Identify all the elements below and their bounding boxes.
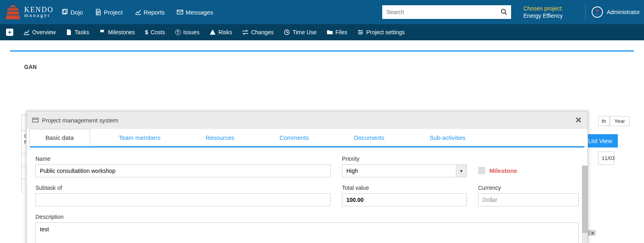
task-modal: Project management system ✕ Basic data T… (26, 111, 588, 243)
scroll-right-icon[interactable]: ▶ (590, 230, 596, 236)
description-input[interactable] (35, 222, 579, 243)
subnav-overview[interactable]: Overview (23, 29, 56, 35)
copy-icon (62, 9, 68, 15)
modal-body: Name Priority ▼ Milestone (30, 146, 584, 243)
search-box[interactable] (382, 5, 511, 19)
pagoda-icon (4, 3, 22, 21)
subnav-milestones[interactable]: Milestones (99, 29, 135, 35)
avatar (592, 6, 603, 18)
date-cell: 11/03 (598, 152, 614, 165)
subnav-timeuse[interactable]: Time Use (284, 29, 316, 35)
modal-tabs: Basic data Team members Resources Commen… (27, 129, 588, 146)
time-header-cells: th Year (598, 116, 630, 126)
chosen-project: Chosen project: Energy Effiency (523, 5, 563, 19)
priority-label: Priority (342, 156, 467, 162)
user-block[interactable]: Administrator (592, 6, 640, 18)
scroll-thumb[interactable] (582, 166, 588, 233)
svg-point-7 (359, 30, 360, 31)
modal-scrollbar[interactable] (582, 166, 588, 243)
chart-icon (135, 9, 141, 15)
svg-point-9 (360, 33, 361, 35)
sub-nav: + Overview Tasks Milestones $ Costs ? Is… (0, 24, 644, 40)
chosen-value: Energy Effiency (523, 12, 563, 19)
tab-sub-activities[interactable]: Sub-activities (413, 129, 482, 146)
currency-input[interactable] (478, 193, 579, 206)
currency-label: Currency (478, 185, 579, 191)
subnav-tasks[interactable]: Tasks (66, 29, 89, 35)
tab-team-members[interactable]: Team members (102, 129, 177, 146)
tab-documents[interactable]: Documents (338, 129, 401, 146)
priority-select[interactable] (342, 164, 467, 177)
nav-reports-label: Reports (144, 9, 165, 16)
nav-project[interactable]: Project (95, 9, 123, 16)
dollar-icon: $ (145, 29, 148, 35)
name-label: Name (35, 156, 331, 162)
search-input[interactable] (386, 9, 501, 15)
nav-messages-label: Messages (186, 9, 213, 16)
milestone-checkbox[interactable]: Milestone (478, 167, 579, 174)
top-bar: KENDO manager Dojo Project Reports Messa… (0, 0, 644, 24)
search-wrap (382, 5, 511, 19)
modal-header: Project management system ✕ (27, 111, 588, 129)
subtask-label: Subtask of (35, 185, 331, 191)
subnav-risks[interactable]: Risks (209, 29, 232, 35)
svg-rect-11 (33, 118, 38, 122)
subtask-input[interactable] (35, 193, 331, 206)
nav-dojo-label: Dojo (70, 9, 83, 16)
name-input[interactable] (35, 164, 331, 177)
chart-icon (23, 29, 30, 35)
svg-line-4 (505, 13, 507, 15)
tab-resources[interactable]: Resources (189, 129, 251, 146)
modal-title: Project management system (42, 117, 118, 124)
total-input[interactable] (342, 193, 467, 206)
divider (585, 4, 586, 20)
description-label: Description (35, 214, 579, 220)
gantt-label: GAN (24, 64, 37, 70)
tab-comments[interactable]: Comments (263, 129, 325, 146)
subnav-settings[interactable]: Project settings (357, 29, 405, 35)
subnav-issues[interactable]: ? Issues (175, 29, 199, 35)
add-button[interactable]: + (6, 29, 13, 36)
milestone-label: Milestone (489, 167, 517, 174)
tab-basic-data[interactable]: Basic data (29, 129, 90, 146)
warning-icon (209, 29, 216, 35)
logo-text: KENDO manager (24, 6, 54, 18)
content: GAN List View th Year 11/03 A Ordi Num 1… (0, 50, 644, 243)
nav-messages[interactable]: Messages (177, 9, 213, 16)
total-label: Total value (342, 185, 467, 191)
sliders-icon (357, 29, 364, 35)
nav-project-label: Project (104, 9, 123, 16)
chosen-label: Chosen project: (523, 5, 563, 12)
folder-icon (327, 29, 333, 35)
checkbox-icon[interactable] (478, 167, 485, 174)
user-name: Administrator (607, 9, 640, 15)
close-icon[interactable]: ✕ (575, 115, 582, 125)
question-icon: ? (175, 29, 181, 35)
nav-dojo[interactable]: Dojo (62, 9, 83, 16)
search-icon[interactable] (501, 8, 507, 16)
subnav-files[interactable]: Files (327, 29, 348, 35)
subnav-costs[interactable]: $ Costs (145, 29, 165, 35)
document-icon (95, 9, 101, 15)
svg-point-3 (501, 9, 505, 13)
swap-icon (242, 29, 248, 35)
th-cell[interactable]: th (598, 116, 610, 126)
nav-reports[interactable]: Reports (135, 9, 165, 16)
logo[interactable]: KENDO manager (4, 3, 54, 21)
clock-icon (284, 29, 290, 35)
year-cell[interactable]: Year (610, 116, 630, 126)
file-icon (66, 29, 72, 35)
envelope-icon (177, 9, 183, 15)
flag-icon (99, 29, 106, 35)
subnav-changes[interactable]: Changes (242, 29, 273, 35)
window-icon (32, 117, 39, 123)
top-nav: Dojo Project Reports Messages (62, 9, 213, 16)
svg-point-8 (361, 32, 362, 33)
svg-point-5 (596, 10, 598, 12)
